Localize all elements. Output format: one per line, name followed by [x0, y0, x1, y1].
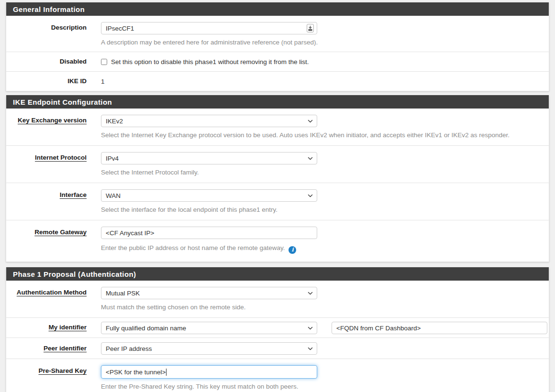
remote-gateway-input[interactable]: [101, 227, 317, 239]
field-row-internet-protocol: Internet Protocol IPv4 Select the Intern…: [6, 145, 549, 183]
key-exchange-version-label: Key Exchange version: [18, 117, 87, 124]
preshared-key-help-line1: Enter the Pre-Shared Key string. This ke…: [101, 382, 547, 392]
field-row-remote-gateway: Remote Gateway Enter the public IP addre…: [6, 220, 549, 261]
authentication-method-select[interactable]: Mutual PSK: [101, 287, 317, 299]
preshared-key-input[interactable]: <PSK for the tunnel>: [101, 365, 317, 379]
description-help: A description may be entered here for ad…: [101, 38, 547, 47]
panel-phase1-proposal-authentication: Phase 1 Proposal (Authentication) Authen…: [6, 267, 549, 392]
field-row-preshared-key: Pre-Shared Key <PSK for the tunnel> Ente…: [6, 359, 549, 392]
disabled-checkbox-label: Set this option to disable this phase1 w…: [111, 58, 309, 65]
panel-general-information: General Information Description A descri…: [6, 2, 549, 91]
ike-id-value: 1: [101, 77, 547, 85]
info-icon[interactable]: i: [289, 246, 296, 254]
preshared-key-label: Pre-Shared Key: [38, 367, 87, 374]
authentication-method-label: Authentication Method: [17, 289, 87, 296]
remote-gateway-help-text: Enter the public IP address or host name…: [101, 244, 285, 251]
internet-protocol-help: Select the Internet Protocol family.: [101, 168, 547, 177]
authentication-method-help: Must match the setting chosen on the rem…: [101, 303, 547, 312]
field-row-interface: Interface WAN Select the interface for t…: [6, 183, 549, 220]
peer-identifier-label: Peer identifier: [44, 345, 87, 352]
disabled-checkbox[interactable]: [101, 59, 107, 65]
field-row-key-exchange-version: Key Exchange version IKEv2 Select the In…: [6, 109, 549, 145]
interface-label: Interface: [60, 191, 87, 198]
my-identifier-label: My identifier: [48, 324, 87, 331]
my-identifier-type-select[interactable]: Fully qualified domain name: [101, 322, 317, 334]
panel-title-ike-endpoint-configuration: IKE Endpoint Configuration: [6, 95, 549, 109]
interface-select[interactable]: WAN: [101, 189, 317, 202]
key-exchange-version-help: Select the Internet Key Exchange protoco…: [101, 131, 547, 140]
peer-identifier-type-select[interactable]: Peer IP address: [101, 342, 317, 355]
my-identifier-value-input[interactable]: [332, 322, 547, 334]
field-row-disabled: Disabled Set this option to disable this…: [6, 52, 549, 71]
field-row-ike-id: IKE ID 1: [6, 71, 549, 91]
panel-ike-endpoint-configuration: IKE Endpoint Configuration Key Exchange …: [6, 95, 549, 262]
autofill-icon-glyph: [308, 26, 312, 31]
remote-gateway-label: Remote Gateway: [34, 229, 87, 236]
key-exchange-version-select[interactable]: IKEv2: [101, 115, 317, 127]
internet-protocol-label: Internet Protocol: [35, 154, 87, 161]
panel-title-general-information: General Information: [6, 2, 549, 16]
field-row-my-identifier: My identifier Fully qualified domain nam…: [6, 317, 549, 338]
interface-help: Select the interface for the local endpo…: [101, 206, 547, 214]
field-row-description: Description A description may be entered…: [6, 16, 549, 52]
description-input[interactable]: [101, 22, 317, 34]
disabled-label: Disabled: [6, 52, 87, 71]
panel-title-phase1-proposal: Phase 1 Proposal (Authentication): [6, 267, 549, 281]
description-label: Description: [6, 16, 87, 52]
remote-gateway-help: Enter the public IP address or host name…: [101, 244, 547, 254]
field-row-peer-identifier: Peer identifier Peer IP address: [6, 338, 549, 359]
autofill-icon[interactable]: [307, 24, 314, 33]
text-caret: [166, 369, 166, 376]
ike-id-label: IKE ID: [6, 72, 87, 91]
disabled-checkbox-row: Set this option to disable this phase1 w…: [101, 58, 547, 65]
preshared-key-value: <PSK for the tunnel>: [106, 369, 166, 376]
field-row-authentication-method: Authentication Method Mutual PSK Must ma…: [6, 281, 549, 317]
internet-protocol-select[interactable]: IPv4: [101, 152, 317, 164]
